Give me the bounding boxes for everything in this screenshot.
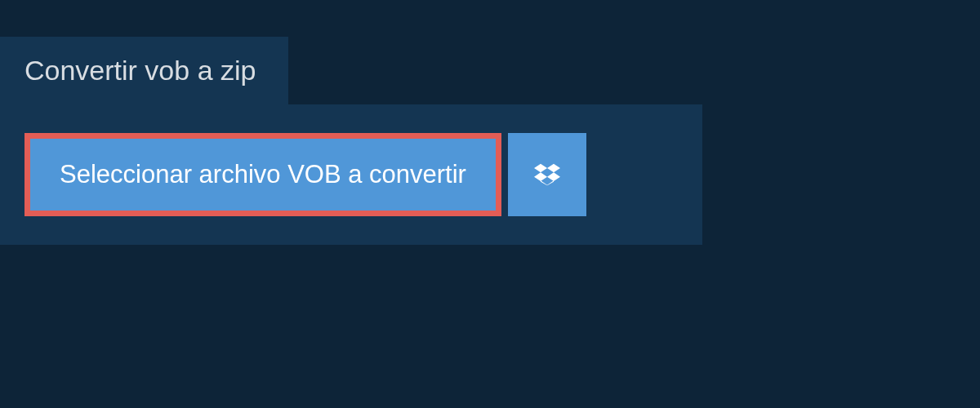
tab-convert[interactable]: Convertir vob a zip: [0, 37, 288, 104]
dropbox-icon: [534, 162, 560, 188]
button-row: Seleccionar archivo VOB a convertir: [24, 133, 678, 216]
select-file-button[interactable]: Seleccionar archivo VOB a convertir: [24, 133, 501, 216]
select-file-label: Seleccionar archivo VOB a convertir: [60, 160, 466, 189]
dropbox-button[interactable]: [508, 133, 586, 216]
upload-panel: Seleccionar archivo VOB a convertir: [0, 104, 702, 245]
tab-label: Convertir vob a zip: [24, 55, 256, 86]
